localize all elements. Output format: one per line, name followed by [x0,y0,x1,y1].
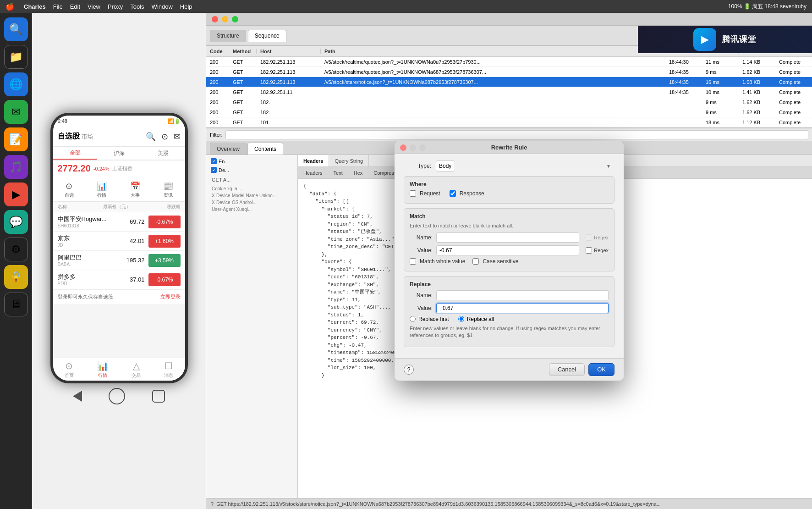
dock-app3[interactable]: ✉ [4,100,28,124]
where-title: Where [410,181,609,188]
menu-window[interactable]: Window [152,3,173,10]
dock-app8[interactable]: ⚙ [4,238,28,261]
scan-icon[interactable]: ⊙ [161,132,168,142]
phone-nav-title: 自选股 [58,132,80,141]
dock-app4[interactable]: 📝 [4,127,28,151]
name-regex-label: Regex [594,235,609,240]
message-icon[interactable]: ✉ [174,132,181,142]
tab-us[interactable]: 美股 [141,147,185,160]
replace-hint: Enter new values or leave blank for no c… [410,325,609,339]
dock-app10[interactable]: 🖥 [4,293,28,316]
menu-view[interactable]: View [88,3,100,10]
request-checkbox[interactable] [410,190,416,197]
replace-name-label: Name: [410,292,433,299]
menu-edit[interactable]: Edit [70,3,80,10]
match-hint: Enter text to match or leave blank to ma… [410,222,609,229]
match-value-row: Value: Regex [410,245,609,255]
replace-value-label: Value: [410,305,433,311]
change-badge-1: +1.60% [148,235,181,248]
type-row: Type: Body [404,160,614,172]
apple-menu[interactable]: 🍎 [5,2,15,11]
tab-all[interactable]: 全部 [53,147,97,160]
type-select[interactable]: Body [436,160,455,172]
replace-value-input[interactable] [436,303,609,313]
phone-nav-bar: 自选股 市场 🔍 ⊙ ✉ [53,127,185,147]
replace-name-input[interactable] [436,290,609,300]
dock-app1[interactable]: 📁 [4,45,28,69]
action-watchlist[interactable]: ⊙ 自选 [65,181,74,199]
replace-section: Replace Name: Value: Replace [404,276,614,347]
replace-first-radio[interactable] [410,316,416,322]
dialog-overlay: Rewrite Rule Type: Body [206,13,812,509]
dock-app6[interactable]: ▶ [4,183,28,206]
replace-all-radio[interactable] [458,316,464,322]
dialog-titlebar: Rewrite Rule [395,141,624,154]
dock-finder[interactable]: 🔍 [4,17,28,41]
action-news[interactable]: 📰 资讯 [163,181,173,199]
value-regex-checkbox[interactable] [586,247,592,254]
response-label: Response [460,190,484,197]
bottom-nav-home[interactable]: ⊙ 首页 [65,360,74,379]
menu-proxy[interactable]: Proxy [108,3,123,10]
bottom-nav-trade[interactable]: △ 交易 [132,360,141,379]
bottom-nav-messages[interactable]: ☐ 消息 [164,360,173,379]
index-label: 上证指数 [112,165,132,172]
stock-item-3[interactable]: 拼多多 PDD 37.01 -0.67% [53,270,185,289]
bottom-nav-market[interactable]: 📊 行情 [97,360,109,379]
dock-app9[interactable]: 🔒 [4,265,28,289]
phone-back-btn[interactable] [73,391,82,402]
match-whole-checkbox[interactable] [410,258,416,265]
phone-status-bar: 6:48 📶🔋 [53,116,185,127]
response-checkbox[interactable] [450,190,456,197]
type-label: Type: [404,163,431,169]
stock-item-1[interactable]: 京东 JD 42.01 +1.60% [53,232,185,251]
dialog-footer: ? Cancel OK [395,358,624,381]
dock-app5[interactable]: 🎵 [4,155,28,179]
dock-app2[interactable]: 🌐 [4,72,28,96]
match-name-label: Name: [410,234,433,241]
phone-action-bar: ⊙ 自选 📊 行情 📅 大事 📰 资讯 [53,178,185,202]
menu-tools[interactable]: Tools [130,3,144,10]
change-badge-0: -0.67% [148,216,181,228]
stock-item-0[interactable]: 中国平安Hogwar... SH601318 69.72 -0.67% [53,212,185,232]
menubar-status: 100% 🔋 周五 18:48 seveniruby [728,3,807,11]
login-link[interactable]: 立即登录 [160,293,181,300]
charles-window: ▶ 腾讯课堂 Structure Sequence ▶ ⏺ ⏹ ⟳ ✏ 🔍 [206,13,812,509]
dialog-maximize-btn[interactable] [419,144,426,151]
menu-help[interactable]: Help [180,3,192,10]
dialog-help-btn[interactable]: ? [404,365,414,375]
menu-charles[interactable]: Charles [24,3,46,10]
match-value-input[interactable] [436,245,579,255]
phone-home-btn[interactable] [109,388,125,404]
menu-file[interactable]: File [53,3,63,10]
request-checkbox-row: Request [410,190,440,197]
change-badge-2: +3.59% [148,254,181,267]
match-section: Match Enter text to match or leave blank… [404,208,614,271]
match-name-row: Name: Regex [410,232,609,243]
match-name-input[interactable] [436,232,579,243]
case-sensitive-checkbox[interactable] [472,258,479,265]
value-regex-label: Regex [594,248,609,253]
phone-nav-icons: 🔍 ⊙ ✉ [146,132,181,142]
phone-tabs: 全部 沪深 美股 [53,147,185,160]
phone-login-banner: 登录即可永久保存自选股 立即登录 [53,289,185,304]
stock-list-header: 名称 最新价（元） 涨跌幅 [53,202,185,212]
phone-device: 6:48 📶🔋 自选股 市场 🔍 ⊙ ✉ [50,113,188,383]
ok-button[interactable]: OK [588,363,614,376]
dialog-close-btn[interactable] [400,144,406,151]
dialog-minimize-btn[interactable] [410,144,416,151]
action-market[interactable]: 📊 行情 [97,181,107,199]
cancel-button[interactable]: Cancel [549,363,585,376]
name-regex-checkbox[interactable] [586,234,592,241]
case-sensitive-row: Case sensitive [472,258,518,265]
dock-app7[interactable]: 💬 [4,210,28,234]
tab-shanghai[interactable]: 沪深 [97,147,141,160]
match-title: Match [410,213,609,220]
phone-recent-btn[interactable] [152,390,165,403]
stock-item-2[interactable]: 阿里巴巴 BABA 195.32 +3.59% [53,251,185,270]
phone-bottom-nav: ⊙ 首页 📊 行情 △ 交易 ☐ 消息 [53,358,185,381]
action-events[interactable]: 📅 大事 [130,181,140,199]
where-section: Where Request Response [404,176,614,204]
match-whole-label: Match whole value [420,258,465,265]
search-icon[interactable]: 🔍 [146,132,156,142]
